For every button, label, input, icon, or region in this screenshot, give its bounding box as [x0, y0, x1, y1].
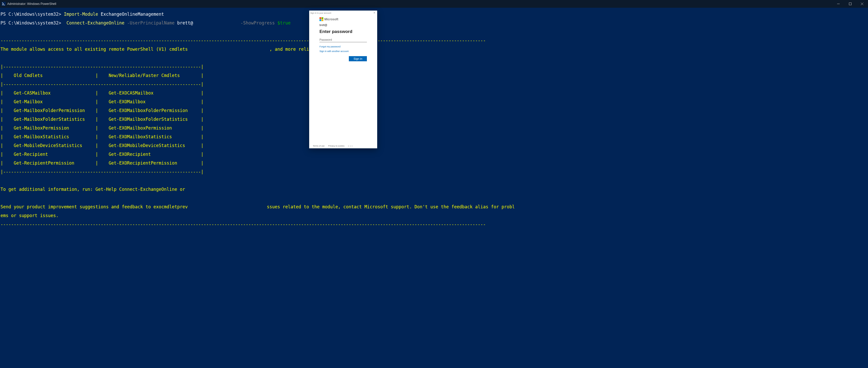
minimize-button[interactable] — [832, 0, 844, 8]
svg-rect-0 — [849, 3, 851, 5]
output-line: |---------------------------------------… — [1, 65, 867, 69]
signin-dialog: Sign in to your account ✕ Microsoft bret… — [309, 10, 377, 148]
table-row: | Get-MailboxStatistics | Get-EXOMailbox… — [1, 135, 867, 139]
powershell-icon — [2, 2, 6, 6]
prompt: PS C:\Windows\system32> — [1, 20, 61, 26]
table-row: | Get-MobileDeviceStatistics | Get-EXOMo… — [1, 143, 867, 148]
param: -UserPrincipalName — [127, 20, 175, 26]
microsoft-logo-icon — [319, 17, 323, 21]
table-row: | Get-MailboxFolderPermission | Get-EXOM… — [1, 108, 867, 113]
table-row: | Get-CASMailbox | Get-EXOCASMailbox | — [1, 91, 867, 95]
output-line: The module allows access to all existing… — [1, 47, 867, 52]
output-line: To get additional information, run: Get-… — [1, 187, 867, 192]
prompt: PS C:\Windows\system32> — [1, 11, 61, 17]
signin-button[interactable]: Sign in — [349, 56, 367, 61]
microsoft-logo: Microsoft — [319, 17, 367, 21]
command: Import-Module — [64, 11, 98, 17]
microsoft-logo-text: Microsoft — [324, 18, 338, 21]
output-line: Send your product improvement suggestion… — [1, 205, 867, 209]
password-input[interactable] — [319, 37, 367, 42]
table-row: | Get-MailboxPermission | Get-EXOMailbox… — [1, 126, 867, 130]
terminal-output[interactable]: PS C:\Windows\system32> Import-Module Ex… — [0, 8, 868, 368]
window-title: Administrator: Windows PowerShell — [7, 2, 56, 6]
forgot-password-link[interactable]: Forgot my password — [319, 45, 367, 48]
dialog-title: Sign in to your account — [310, 12, 331, 14]
another-account-link[interactable]: Sign in with another account — [319, 50, 367, 53]
param-value: brett@ — [177, 20, 193, 26]
maximize-button[interactable] — [844, 0, 856, 8]
terms-link[interactable]: Terms of use — [313, 145, 324, 147]
more-icon[interactable]: • • • — [348, 145, 353, 147]
output-line: ----------------------------------------… — [1, 38, 867, 43]
param: -ShowProgress — [240, 20, 275, 26]
dialog-heading: Enter password — [319, 29, 367, 34]
output-line: |---------------------------------------… — [1, 170, 867, 174]
module-name: ExchangeOnlineManagement — [101, 11, 164, 17]
dialog-titlebar: Sign in to your account ✕ — [309, 10, 377, 15]
table-row: | Get-Mailbox | Get-EXOMailbox | — [1, 100, 867, 104]
table-row: | Get-MailboxFolderStatistics | Get-EXOM… — [1, 117, 867, 122]
table-row: | Get-Recipient | Get-EXORecipient | — [1, 152, 867, 157]
output-line: ems or support issues. — [1, 213, 867, 218]
account-identity: brett@ — [319, 24, 367, 27]
output-line: ----------------------------------------… — [1, 222, 867, 227]
close-button[interactable] — [856, 0, 868, 8]
privacy-link[interactable]: Privacy & cookies — [328, 145, 344, 147]
dialog-close-button[interactable]: ✕ — [373, 11, 376, 15]
table-header: | Old Cmdlets | New/Reliable/Faster Cmdl… — [1, 73, 867, 78]
window-titlebar: Administrator: Windows PowerShell — [0, 0, 868, 8]
dialog-footer: Terms of use Privacy & cookies • • • — [309, 143, 377, 148]
param-value: $true — [277, 20, 290, 26]
output-line: |---------------------------------------… — [1, 82, 867, 87]
command: Connect-ExchangeOnline — [66, 20, 124, 26]
table-row: | Get-RecipientPermission | Get-EXORecip… — [1, 161, 867, 165]
